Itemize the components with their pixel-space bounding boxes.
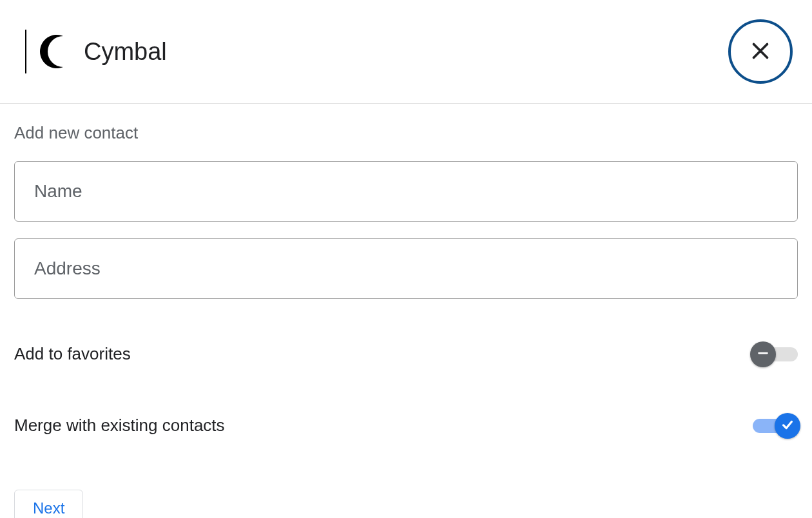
close-button[interactable] bbox=[728, 19, 793, 84]
toggle-thumb bbox=[775, 413, 800, 439]
favorites-toggle[interactable] bbox=[753, 346, 798, 363]
check-icon bbox=[780, 417, 795, 434]
minus-icon bbox=[756, 346, 770, 363]
merge-row: Merge with existing contacts bbox=[14, 416, 798, 436]
favorites-label: Add to favorites bbox=[14, 344, 131, 364]
content: Add new contact Add to favorites Merge w… bbox=[0, 104, 812, 518]
next-button[interactable]: Next bbox=[14, 490, 83, 518]
header: Cymbal bbox=[0, 0, 812, 104]
toggle-thumb bbox=[750, 341, 776, 367]
brand-logo-icon bbox=[19, 26, 71, 77]
brand: Cymbal bbox=[19, 26, 167, 77]
brand-name: Cymbal bbox=[84, 38, 167, 66]
section-title: Add new contact bbox=[14, 123, 798, 143]
name-input[interactable] bbox=[14, 161, 798, 222]
address-input[interactable] bbox=[14, 238, 798, 299]
favorites-row: Add to favorites bbox=[14, 344, 798, 364]
close-icon bbox=[749, 39, 772, 64]
merge-toggle[interactable] bbox=[753, 417, 798, 434]
merge-label: Merge with existing contacts bbox=[14, 416, 225, 436]
